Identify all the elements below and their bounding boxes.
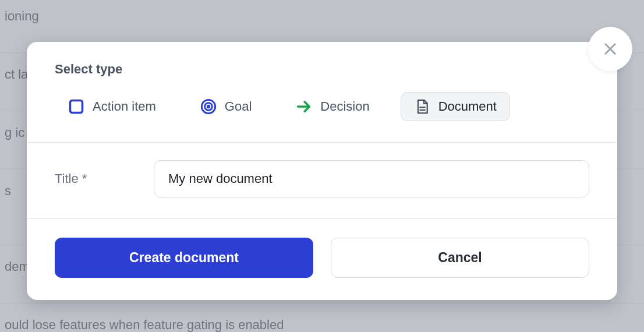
- target-icon: [200, 98, 217, 115]
- create-dialog: Select type Action item: [27, 42, 617, 300]
- title-input[interactable]: [154, 160, 589, 197]
- type-action-item[interactable]: Action item: [55, 92, 169, 121]
- type-goal[interactable]: Goal: [187, 92, 265, 121]
- checkbox-icon: [68, 98, 84, 115]
- document-icon: [414, 98, 430, 115]
- type-label: Document: [438, 99, 497, 114]
- type-label: Action item: [93, 99, 156, 114]
- select-type-label: Select type: [55, 62, 589, 77]
- svg-rect-2: [70, 101, 83, 113]
- type-label: Decision: [320, 99, 369, 114]
- type-label: Goal: [225, 99, 252, 114]
- svg-point-5: [207, 105, 210, 108]
- close-button[interactable]: [588, 27, 632, 71]
- select-type-section: Select type Action item: [27, 42, 617, 143]
- type-document[interactable]: Document: [401, 92, 510, 121]
- close-icon: [602, 41, 618, 57]
- type-decision[interactable]: Decision: [282, 92, 383, 121]
- arrow-right-icon: [296, 98, 312, 115]
- create-button[interactable]: Create document: [55, 238, 313, 278]
- dialog-actions: Create document Cancel: [27, 219, 617, 300]
- title-section: Title *: [27, 143, 617, 219]
- title-label: Title *: [55, 171, 130, 186]
- cancel-button[interactable]: Cancel: [331, 238, 589, 278]
- type-options: Action item Goal: [55, 92, 589, 121]
